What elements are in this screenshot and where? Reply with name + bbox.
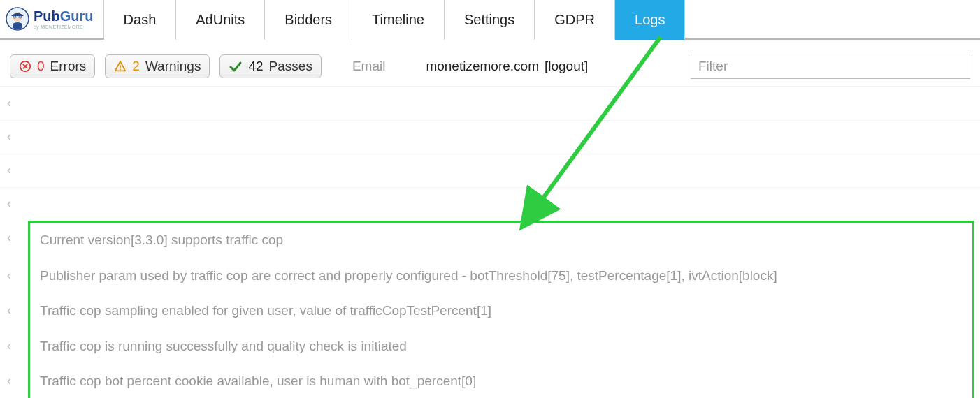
log-list: ‹‹‹‹‹Current version[3.3.0] supports tra… xyxy=(0,87,980,398)
tab-gdpr[interactable]: GDPR xyxy=(535,0,615,40)
user-domain: monetizemore.com xyxy=(426,59,539,74)
warnings-count: 2 xyxy=(132,59,140,74)
warning-icon xyxy=(114,60,127,73)
brand-name: PubGuru xyxy=(34,9,94,23)
log-row: ‹ xyxy=(0,87,980,120)
log-row: ‹Publisher param used by traffic cop are… xyxy=(0,258,980,294)
email-label: Email xyxy=(352,59,386,74)
expand-caret-icon[interactable]: ‹ xyxy=(7,222,28,258)
check-icon xyxy=(229,59,243,73)
expand-caret-icon[interactable]: ‹ xyxy=(7,330,28,364)
tab-bidders[interactable]: Bidders xyxy=(265,0,352,40)
log-row: ‹ xyxy=(0,154,980,187)
passes-count: 42 xyxy=(248,59,263,74)
filter-input[interactable] xyxy=(691,54,970,79)
passes-label: Passes xyxy=(269,59,312,74)
tab-dash[interactable]: Dash xyxy=(104,0,177,40)
log-row: ‹Traffic cop is running successfully and… xyxy=(0,329,980,364)
errors-chip[interactable]: 0 Errors xyxy=(10,54,95,78)
log-row: ‹Current version[3.3.0] supports traffic… xyxy=(0,221,980,258)
tab-adunits[interactable]: AdUnits xyxy=(176,0,265,40)
log-text: Traffic cop sampling enabled for given u… xyxy=(40,302,963,320)
brand-byline: by MONETIZEMORE xyxy=(34,24,94,29)
svg-rect-2 xyxy=(13,16,16,18)
expand-caret-icon[interactable]: ‹ xyxy=(7,196,28,211)
tab-logs[interactable]: Logs xyxy=(615,0,685,40)
log-row: ‹Traffic cop bot percent cookie availabl… xyxy=(0,364,980,398)
expand-caret-icon[interactable]: ‹ xyxy=(7,295,28,329)
expand-caret-icon[interactable]: ‹ xyxy=(7,96,28,110)
brand-logo[interactable]: PubGuru by MONETIZEMORE xyxy=(0,0,104,38)
tab-settings[interactable]: Settings xyxy=(445,0,535,40)
log-text: Traffic cop is running successfully and … xyxy=(40,337,963,356)
user-block: Email monetizemore.com [logout] xyxy=(352,59,588,74)
tab-timeline[interactable]: Timeline xyxy=(352,0,445,40)
errors-label: Errors xyxy=(50,59,87,74)
expand-caret-icon[interactable]: ‹ xyxy=(7,129,28,144)
log-row: ‹ xyxy=(0,187,980,221)
log-text: Traffic cop bot percent cookie available… xyxy=(40,372,963,391)
warnings-label: Warnings xyxy=(145,59,201,74)
svg-point-9 xyxy=(120,68,121,70)
svg-rect-3 xyxy=(19,16,22,18)
expand-caret-icon[interactable]: ‹ xyxy=(7,365,28,398)
passes-chip[interactable]: 42 Passes xyxy=(219,54,321,78)
log-row: ‹ xyxy=(0,120,980,154)
expand-caret-icon[interactable]: ‹ xyxy=(7,163,28,177)
errors-count: 0 xyxy=(37,59,45,74)
log-text: Current version[3.3.0] supports traffic … xyxy=(40,231,963,250)
expand-caret-icon[interactable]: ‹ xyxy=(7,260,28,294)
log-row: ‹Traffic cop sampling enabled for given … xyxy=(0,293,980,329)
warnings-chip[interactable]: 2 Warnings xyxy=(105,54,210,78)
topbar: PubGuru by MONETIZEMORE DashAdUnitsBidde… xyxy=(0,0,980,40)
log-text: Publisher param used by traffic cop are … xyxy=(40,267,963,286)
toolbar: 0 Errors 2 Warnings 42 Passes Email mone… xyxy=(0,40,980,87)
error-icon xyxy=(19,60,31,73)
mascot-icon xyxy=(6,7,29,31)
main-nav: DashAdUnitsBiddersTimelineSettingsGDPRLo… xyxy=(104,0,686,38)
logout-link[interactable]: [logout] xyxy=(545,59,588,74)
